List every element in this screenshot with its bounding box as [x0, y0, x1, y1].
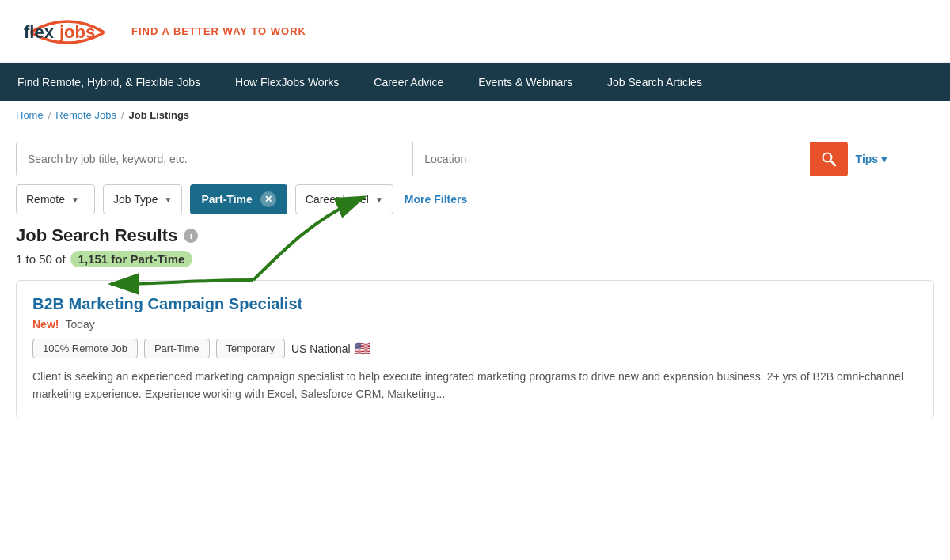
- svg-text:flex: flex: [24, 22, 55, 42]
- job-title[interactable]: B2B Marketing Campaign Specialist: [32, 295, 918, 313]
- active-part-time-filter[interactable]: Part-Time ✕: [190, 184, 287, 214]
- search-icon: [821, 151, 837, 167]
- nav-articles[interactable]: Job Search Articles: [590, 63, 720, 101]
- location-text: US National: [291, 342, 351, 355]
- tips-button[interactable]: Tips ▾: [856, 153, 887, 165]
- location-input[interactable]: [412, 142, 809, 176]
- job-tags: 100% Remote Job Part-Time Temporary US N…: [32, 339, 918, 358]
- nav-how-it-works[interactable]: How FlexJobs Works: [218, 63, 356, 101]
- job-meta: New! Today: [32, 318, 918, 331]
- job-description: Client is seeking an experienced marketi…: [32, 368, 918, 403]
- nav-find-jobs[interactable]: Find Remote, Hybrid, & Flexible Jobs: [0, 63, 218, 101]
- job-location: US National 🇺🇸: [291, 341, 370, 356]
- filters-row: Remote ▼ Job Type ▼ Part-Time ✕ Career L…: [0, 184, 950, 225]
- results-count-highlight: 1,151 for Part-Time: [70, 251, 193, 267]
- nav-career-advice[interactable]: Career Advice: [356, 63, 461, 101]
- search-row: Tips ▾: [16, 142, 887, 176]
- main-nav: Find Remote, Hybrid, & Flexible Jobs How…: [0, 63, 950, 101]
- breadcrumb-current: Job Listings: [129, 109, 190, 121]
- job-card: B2B Marketing Campaign Specialist New! T…: [16, 280, 934, 418]
- tagline: FIND A BETTER WAY TO WORK: [131, 25, 306, 37]
- breadcrumb-remote-jobs[interactable]: Remote Jobs: [55, 109, 116, 121]
- svg-text:jobs: jobs: [59, 22, 95, 42]
- nav-events[interactable]: Events & Webinars: [461, 63, 590, 101]
- more-filters-button[interactable]: More Filters: [405, 193, 467, 206]
- search-input[interactable]: [16, 142, 412, 176]
- remote-filter[interactable]: Remote ▼: [16, 184, 95, 214]
- search-area: Tips ▾: [0, 129, 950, 184]
- search-button[interactable]: [810, 142, 848, 176]
- career-level-filter-arrow: ▼: [375, 195, 383, 204]
- svg-line-3: [830, 161, 835, 166]
- remove-part-time-filter-icon[interactable]: ✕: [260, 191, 276, 207]
- us-flag-icon: 🇺🇸: [355, 341, 370, 356]
- logo-area: flex jobs FIND A BETTER WAY TO WORK: [16, 9, 306, 53]
- results-info-icon[interactable]: i: [184, 229, 198, 243]
- remote-filter-label: Remote: [26, 193, 65, 206]
- results-section: Job Search Results i 1 to 50 of 1,151 fo…: [0, 225, 950, 418]
- tag-remote: 100% Remote Job: [32, 339, 138, 358]
- tag-temporary: Temporary: [216, 339, 285, 358]
- job-type-filter-label: Job Type: [113, 193, 158, 206]
- job-type-filter[interactable]: Job Type ▼: [103, 184, 182, 214]
- career-level-filter[interactable]: Career Level ▼: [295, 184, 393, 214]
- breadcrumb: Home / Remote Jobs / Job Listings: [0, 101, 950, 129]
- results-title: Job Search Results i: [16, 225, 934, 246]
- results-count: 1 to 50 of 1,151 for Part-Time: [16, 251, 934, 267]
- flexjobs-logo[interactable]: flex jobs: [16, 9, 119, 53]
- job-date: Today: [65, 318, 94, 331]
- breadcrumb-home[interactable]: Home: [16, 109, 44, 121]
- remote-filter-arrow: ▼: [71, 195, 79, 204]
- job-type-filter-arrow: ▼: [165, 195, 173, 204]
- career-level-filter-label: Career Level: [306, 193, 369, 206]
- top-header: flex jobs FIND A BETTER WAY TO WORK: [0, 0, 950, 63]
- new-badge: New!: [32, 318, 59, 331]
- part-time-filter-label: Part-Time: [201, 193, 252, 206]
- tag-parttime: Part-Time: [144, 339, 210, 358]
